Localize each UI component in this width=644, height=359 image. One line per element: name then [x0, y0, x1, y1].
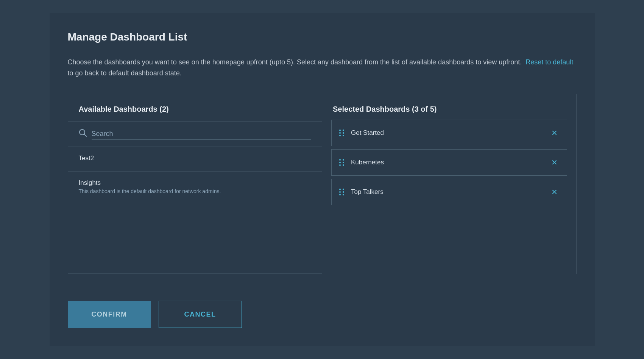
search-icon: [79, 129, 87, 139]
available-item-test2[interactable]: Test2: [68, 147, 322, 172]
dashboard-grid: Available Dashboards (2) Test2 Insights …: [68, 94, 577, 274]
modal-description: Choose the dashboards you want to see on…: [68, 57, 577, 79]
selected-item-get-started-name: Get Started: [351, 129, 550, 137]
selected-item-kubernetes: Kubernetes ✕: [331, 149, 567, 176]
selected-item-kubernetes-name: Kubernetes: [351, 159, 550, 166]
selected-items-container: Get Started ✕ Kubernetes ✕: [322, 120, 576, 214]
available-item-insights-name: Insights: [79, 179, 312, 187]
available-panel-header: Available Dashboards (2): [68, 94, 322, 122]
modal-title: Manage Dashboard List: [68, 31, 577, 43]
selected-item-top-talkers: Top Talkers ✕: [331, 179, 567, 205]
description-text-1: Choose the dashboards you want to see on…: [68, 58, 522, 66]
drag-handle-get-started[interactable]: [339, 130, 345, 136]
remove-get-started-button[interactable]: ✕: [550, 127, 559, 139]
action-buttons: CONFIRM CANCEL: [68, 297, 577, 328]
remove-top-talkers-button[interactable]: ✕: [550, 186, 559, 198]
drag-handle-kubernetes[interactable]: [339, 159, 345, 166]
available-item-insights-desc: This dashboard is the default dashboard …: [79, 188, 312, 194]
remove-kubernetes-button[interactable]: ✕: [550, 156, 559, 169]
search-input[interactable]: [92, 128, 312, 140]
available-item-insights[interactable]: Insights This dashboard is the default d…: [68, 172, 322, 202]
selected-item-top-talkers-name: Top Talkers: [351, 188, 550, 196]
drag-handle-top-talkers[interactable]: [339, 189, 345, 195]
description-text-2: to go back to default dashboard state.: [68, 69, 182, 77]
cancel-button[interactable]: CANCEL: [159, 301, 242, 328]
selected-dashboards-panel: Selected Dashboards (3 of 5) Get Started…: [322, 94, 576, 274]
selected-item-get-started: Get Started ✕: [331, 120, 567, 146]
available-dashboards-panel: Available Dashboards (2) Test2 Insights …: [68, 94, 323, 274]
selected-panel-header: Selected Dashboards (3 of 5): [322, 94, 576, 120]
manage-dashboard-modal: Manage Dashboard List Choose the dashboa…: [50, 13, 595, 346]
available-items-empty-space: [68, 202, 322, 274]
svg-line-1: [84, 134, 86, 137]
confirm-button[interactable]: CONFIRM: [68, 301, 151, 328]
search-container: [68, 122, 322, 147]
reset-to-default-link[interactable]: Reset to default: [525, 58, 573, 66]
available-item-test2-name: Test2: [79, 155, 312, 162]
